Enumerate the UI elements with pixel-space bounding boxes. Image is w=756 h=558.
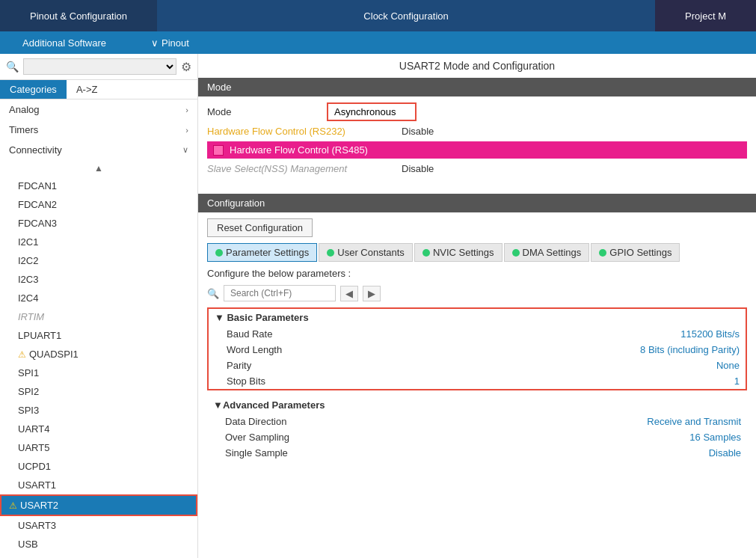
chevron-down-icon: ∨ [182,145,188,155]
tab-nvic-settings[interactable]: NVIC Settings [414,243,503,262]
sidebar-item-uart5[interactable]: UART5 [0,438,197,457]
nav-prev-button[interactable]: ◀ [340,286,358,301]
mode-section: Mode Asynchronous Hardware Flow Control … [198,96,756,185]
configure-text: Configure the below parameters : [207,268,747,279]
sidebar-category-connectivity[interactable]: Connectivity ∨ [0,140,197,160]
tab-categories[interactable]: Categories [0,80,67,99]
sub-nav: Additional Software ∨ Pinout [0,31,756,54]
scroll-controls: ▲ [0,160,197,177]
sidebar-item-quadspi1[interactable]: ⚠ QUADSPI1 [0,345,197,364]
hw-flow-rs232-label: Hardware Flow Control (RS232) [207,126,402,137]
collapse-arrow-icon: ▼ [213,399,223,411]
advanced-param-data-direction: Data Direction Receive and Transmit [207,414,747,429]
param-search-input[interactable] [224,285,336,301]
sidebar-item-lpuart1[interactable]: LPUART1 [0,326,197,345]
basic-param-stop-bits: Stop Bits 1 [209,373,746,389]
hw-flow-rs232-value: Disable [402,126,434,137]
tab-dot-icon [422,249,430,257]
sidebar-tabs: Categories A->Z [0,80,197,99]
sidebar: 🔍 ⚙ Categories A->Z Analog › Timers › [0,54,198,558]
tab-dot-icon [512,249,520,257]
slave-select-row: Slave Select(NSS) Management Disable [207,163,747,174]
advanced-param-single-sample: Single Sample Disable [207,445,747,461]
sidebar-item-fdcan1[interactable]: FDCAN1 [0,177,197,195]
scroll-up-icon[interactable]: ▲ [94,163,103,174]
tab-dot-icon [327,249,334,257]
hw-flow-rs485-checkbox[interactable] [213,145,224,156]
advanced-params-section: ▼ Advanced Parameters Data Direction Rec… [207,393,747,464]
basic-params-box: ▼ Basic Parameters Baud Rate 115200 Bits… [207,307,747,390]
reset-config-button[interactable]: Reset Configuration [207,218,313,237]
sidebar-item-fdcan2[interactable]: FDCAN2 [0,195,197,214]
subnav-pinout[interactable]: ∨ Pinout [129,31,212,54]
sidebar-list: Analog › Timers › Connectivity ∨ ▲ FDCAN… [0,99,197,558]
tab-gpio-settings[interactable]: GPIO Settings [591,243,680,262]
advanced-params-header: ▼ Advanced Parameters [207,396,747,414]
chevron-right-icon: › [185,105,188,114]
tab-dot-icon [215,249,223,257]
basic-params-header: ▼ Basic Parameters [209,309,746,326]
mode-label: Mode [207,106,327,117]
gear-icon[interactable]: ⚙ [181,60,191,74]
nav-clock[interactable]: Clock Configuration [157,0,655,31]
subnav-additional[interactable]: Additional Software [0,31,129,54]
sidebar-item-i2c3[interactable]: I2C3 [0,270,197,289]
content-title: USART2 Mode and Configuration [198,54,756,78]
sidebar-item-usart1[interactable]: USART1 [0,476,197,494]
sidebar-item-i2c4[interactable]: I2C4 [0,289,197,307]
tab-dot-icon [599,249,606,257]
sidebar-category-analog[interactable]: Analog › [0,99,197,120]
top-nav: Pinout & Configuration Clock Configurati… [0,0,756,31]
sidebar-item-irtim[interactable]: IRTIM [0,307,197,326]
search-icon: 🔍 [6,61,19,73]
nav-project[interactable]: Project M [655,0,756,31]
basic-param-word-length: Word Length 8 Bits (including Parity) [209,342,746,358]
sidebar-item-fdcan3[interactable]: FDCAN3 [0,214,197,233]
collapse-arrow-icon: ▼ [215,312,227,323]
tab-parameter-settings[interactable]: Parameter Settings [207,243,317,262]
slave-value: Disable [402,163,434,174]
sidebar-item-usart2[interactable]: ⚠ USART2 [0,494,197,516]
sidebar-item-usart3[interactable]: USART3 [0,516,197,535]
hw-flow-rs485-row: Hardware Flow Control (RS485) [207,141,747,159]
sidebar-item-uart4[interactable]: UART4 [0,420,197,438]
config-section-header: Configuration [198,194,756,212]
sidebar-item-i2c2[interactable]: I2C2 [0,251,197,270]
sidebar-item-spi3[interactable]: SPI3 [0,401,197,420]
sidebar-category-timers[interactable]: Timers › [0,120,197,140]
content-area: USART2 Mode and Configuration Mode Mode … [198,54,756,558]
chevron-right-icon: › [185,126,188,135]
sidebar-item-ucpd1[interactable]: UCPD1 [0,457,197,476]
config-section: Reset Configuration Parameter Settings U… [198,212,756,470]
sidebar-item-i2c1[interactable]: I2C1 [0,233,197,251]
config-tabs: Parameter Settings User Constants NVIC S… [207,243,747,262]
advanced-param-over-sampling: Over Sampling 16 Samples [207,429,747,445]
nav-pinout[interactable]: Pinout & Configuration [0,0,157,31]
sidebar-item-usb[interactable]: USB [0,535,197,554]
basic-param-baud-rate: Baud Rate 115200 Bits/s [209,326,746,342]
sidebar-item-spi1[interactable]: SPI1 [0,364,197,382]
chevron-down-icon: ∨ [151,37,159,49]
tab-user-constants[interactable]: User Constants [319,243,413,262]
mode-section-header: Mode [198,78,756,96]
basic-param-parity: Parity None [209,358,746,373]
slave-label: Slave Select(NSS) Management [207,163,402,174]
sidebar-item-spi2[interactable]: SPI2 [0,382,197,401]
mode-value: Asynchronous [327,102,417,121]
mode-row: Mode Asynchronous [207,102,747,121]
nav-next-button[interactable]: ▶ [363,286,381,301]
search-dropdown[interactable] [23,58,176,75]
hw-flow-rs232-row: Hardware Flow Control (RS232) Disable [207,126,747,137]
sidebar-search-bar: 🔍 ⚙ [0,54,197,80]
warn-icon: ⚠ [9,500,17,511]
warn-icon: ⚠ [18,349,26,360]
main-layout: 🔍 ⚙ Categories A->Z Analog › Timers › [0,54,756,558]
search-icon: 🔍 [207,288,219,299]
tab-dma-settings[interactable]: DMA Settings [504,243,590,262]
param-search-bar: 🔍 ◀ ▶ [207,285,747,301]
hw-flow-rs485-label: Hardware Flow Control (RS485) [230,144,368,156]
tab-atoz[interactable]: A->Z [67,80,108,99]
